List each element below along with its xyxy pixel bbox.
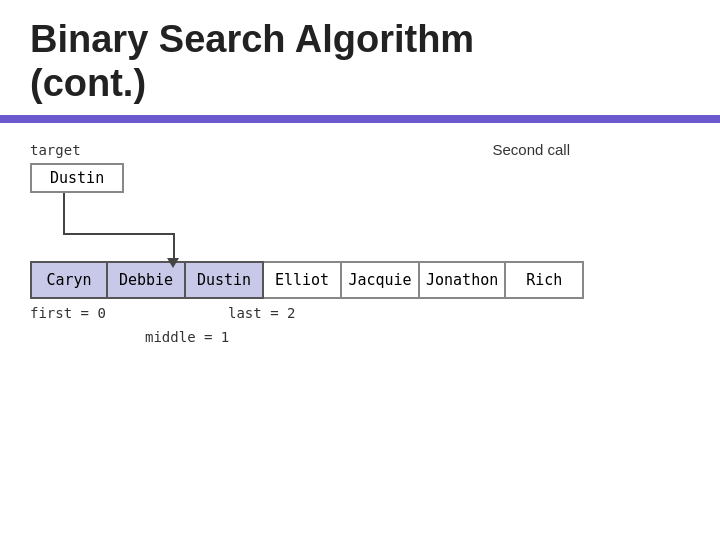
title-line2: (cont.) bbox=[30, 62, 146, 104]
title-area: Binary Search Algorithm (cont.) bbox=[0, 0, 720, 115]
second-call-label: Second call bbox=[492, 141, 570, 158]
array-cell-3: Elliot bbox=[264, 261, 342, 299]
array-cell-2: Dustin bbox=[186, 261, 264, 299]
first-annotation: first = 0 bbox=[30, 305, 106, 321]
arrowhead bbox=[167, 258, 179, 268]
last-annotation: last = 2 bbox=[228, 305, 295, 321]
slide: Binary Search Algorithm (cont.) target S… bbox=[0, 0, 720, 540]
array-cell-5: Jonathon bbox=[420, 261, 506, 299]
arrow-horizontal bbox=[63, 233, 173, 235]
middle-annotation: middle = 1 bbox=[145, 329, 229, 345]
array-cell-0: Caryn bbox=[30, 261, 108, 299]
array-cell-6: Rich bbox=[506, 261, 584, 299]
title-line1: Binary Search Algorithm bbox=[30, 18, 474, 60]
array-cell-4: Jacquie bbox=[342, 261, 420, 299]
purple-divider bbox=[0, 115, 720, 123]
content-area: target Second call Dustin CarynDebbieDus… bbox=[0, 141, 720, 355]
target-label: target bbox=[30, 142, 81, 158]
arrow-vertical-top bbox=[63, 193, 65, 233]
array-row: CarynDebbieDustinElliotJacquieJonathonRi… bbox=[30, 261, 690, 299]
target-box: Dustin bbox=[30, 163, 124, 193]
slide-title: Binary Search Algorithm (cont.) bbox=[30, 18, 690, 105]
arrow-vertical-bottom bbox=[173, 233, 175, 261]
